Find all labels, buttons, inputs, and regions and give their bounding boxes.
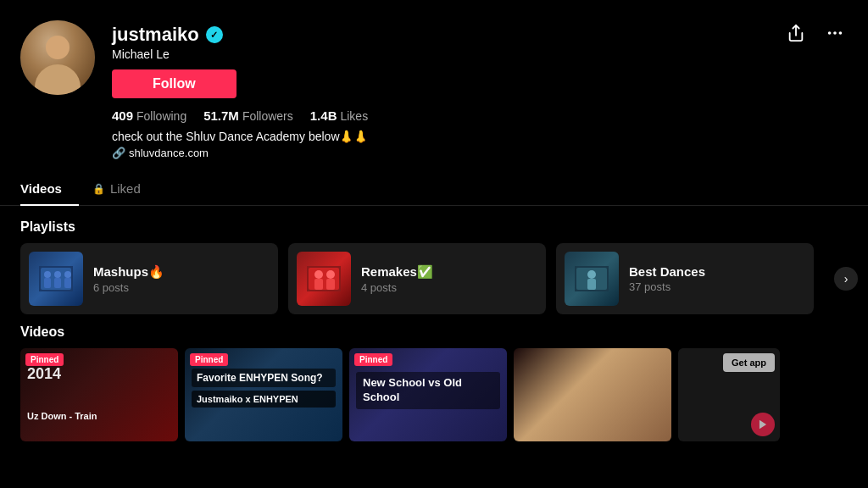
playlist-mashups[interactable]: Mashups🔥 6 posts xyxy=(20,243,278,314)
playlist-bestdances-info: Best Dances 37 posts xyxy=(629,264,805,293)
playlist-mashups-name: Mashups🔥 xyxy=(93,264,270,280)
likes-label: Likes xyxy=(340,109,368,123)
playlist-remakes-posts: 4 posts xyxy=(361,281,537,294)
red-button-icon xyxy=(757,419,769,430)
lock-icon: 🔒 xyxy=(92,183,105,195)
playlists-title: Playlists xyxy=(0,206,868,243)
scroll-right-button[interactable]: › xyxy=(834,267,858,291)
follow-button[interactable]: Follow xyxy=(112,69,236,98)
get-app-button[interactable]: Get app xyxy=(723,353,775,372)
pinned-badge-1: Pinned xyxy=(25,353,64,366)
share-icon xyxy=(787,24,805,42)
profile-info: justmaiko Michael Le Follow 409 Followin… xyxy=(112,20,848,159)
video-thumb-3[interactable]: Pinned New School vs Old School xyxy=(349,348,507,441)
video-year-1: 2014 xyxy=(27,365,61,383)
svg-point-3 xyxy=(839,31,843,35)
svg-point-1 xyxy=(828,31,832,35)
video-thumb-1[interactable]: Pinned 2014 Uz Down - Train xyxy=(20,348,178,441)
playlist-thumb-bestdances xyxy=(565,252,619,306)
link-icon: 🔗 xyxy=(112,147,125,159)
svg-point-20 xyxy=(587,270,596,279)
playlist-bestdances-posts: 37 posts xyxy=(629,280,805,293)
username-row: justmaiko xyxy=(112,24,848,46)
svg-point-10 xyxy=(64,271,71,278)
tab-liked-label: Liked xyxy=(110,181,141,196)
likes-count: 1.4B xyxy=(310,108,337,123)
avatar xyxy=(20,20,95,95)
remakes-thumbnail-img xyxy=(307,266,341,291)
videos-section: Videos Pinned 2014 Uz Down - Train Pinne… xyxy=(0,314,868,441)
following-count: 409 xyxy=(112,108,133,123)
playlist-remakes[interactable]: Remakes✅ 4 posts xyxy=(288,243,546,314)
video-title-1: Uz Down - Train xyxy=(27,411,171,421)
svg-rect-17 xyxy=(326,279,335,290)
playlist-mashups-info: Mashups🔥 6 posts xyxy=(93,264,270,294)
stats-row: 409 Following 51.7M Followers 1.4B Likes xyxy=(112,108,848,123)
pinned-badge-3: Pinned xyxy=(354,353,392,366)
share-button[interactable] xyxy=(783,20,809,50)
more-button[interactable] xyxy=(822,20,848,50)
following-stat: 409 Following xyxy=(112,108,186,123)
playlist-thumb-mashups xyxy=(29,252,83,306)
tabs-section: Videos 🔒 Liked xyxy=(0,173,868,206)
bio-link-text: shluvdance.com xyxy=(129,147,209,159)
svg-point-14 xyxy=(314,270,323,279)
playlists-row: Mashups🔥 6 posts Rema xyxy=(0,243,868,314)
profile-section: justmaiko Michael Le Follow 409 Followin… xyxy=(0,0,868,159)
video-thumb-4[interactable] xyxy=(514,348,671,441)
tab-liked[interactable]: 🔒 Liked xyxy=(92,173,158,206)
videos-section-title: Videos xyxy=(20,324,848,340)
svg-marker-22 xyxy=(760,420,766,430)
videos-grid: Pinned 2014 Uz Down - Train Pinned Favor… xyxy=(20,348,848,441)
playlist-remakes-info: Remakes✅ 4 posts xyxy=(361,264,537,294)
display-name: Michael Le xyxy=(112,47,848,61)
profile-actions xyxy=(783,20,848,50)
likes-stat: 1.4B Likes xyxy=(310,108,368,123)
red-button[interactable] xyxy=(751,413,775,436)
svg-point-8 xyxy=(54,271,61,278)
svg-point-2 xyxy=(833,31,837,35)
video-title-2: Favorite ENHYPEN Song? Justmaiko x ENHYP… xyxy=(192,369,336,408)
playlist-thumb-remakes xyxy=(297,252,351,306)
username: justmaiko xyxy=(112,24,199,46)
mashups-thumbnail-img xyxy=(39,266,73,291)
svg-rect-11 xyxy=(64,278,71,288)
svg-rect-21 xyxy=(587,279,596,290)
playlist-bestdances[interactable]: Best Dances 37 posts xyxy=(556,243,814,314)
pinned-badge-2: Pinned xyxy=(190,353,228,366)
playlist-mashups-posts: 6 posts xyxy=(93,281,270,294)
video-thumb-2[interactable]: Pinned Favorite ENHYPEN Song? Justmaiko … xyxy=(185,348,342,441)
video-thumb-5[interactable]: Get app xyxy=(678,348,780,441)
tab-videos-label: Videos xyxy=(20,181,62,196)
bio-link[interactable]: 🔗 shluvdance.com xyxy=(112,147,848,159)
verified-badge xyxy=(206,26,223,43)
following-label: Following xyxy=(136,109,186,123)
svg-rect-15 xyxy=(314,279,323,290)
video-title-3: New School vs Old School xyxy=(356,372,500,409)
bio-text: check out the Shluv Dance Academy below👃… xyxy=(112,130,848,143)
svg-rect-9 xyxy=(54,278,61,288)
svg-rect-7 xyxy=(44,278,51,288)
more-icon xyxy=(826,24,844,42)
svg-point-16 xyxy=(326,270,335,279)
bestdances-thumbnail-img xyxy=(575,266,609,291)
followers-count: 51.7M xyxy=(203,108,239,123)
playlist-remakes-name: Remakes✅ xyxy=(361,264,537,280)
svg-point-6 xyxy=(44,271,51,278)
followers-stat: 51.7M Followers xyxy=(203,108,293,123)
followers-label: Followers xyxy=(242,109,293,123)
tab-videos[interactable]: Videos xyxy=(20,173,79,206)
playlist-bestdances-name: Best Dances xyxy=(629,264,805,279)
